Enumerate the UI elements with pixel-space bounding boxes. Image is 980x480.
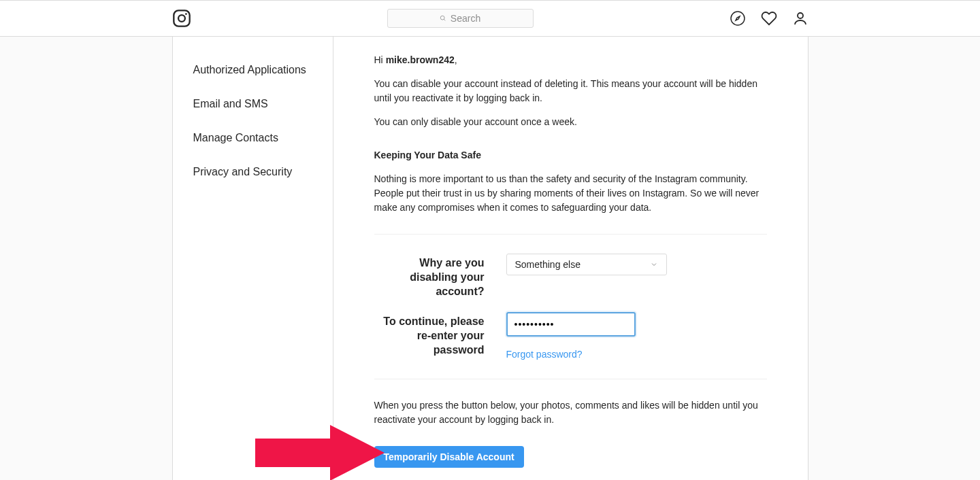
chevron-down-icon xyxy=(650,260,658,269)
disable-info-1: You can disable your account instead of … xyxy=(374,77,767,105)
svg-rect-0 xyxy=(174,10,189,26)
search-input[interactable]: Search xyxy=(387,9,534,28)
username: mike.brown242 xyxy=(386,54,455,65)
reason-select[interactable]: Something else xyxy=(506,254,667,275)
divider xyxy=(374,234,767,235)
search-icon xyxy=(440,15,446,22)
svg-point-5 xyxy=(731,12,745,25)
svg-point-3 xyxy=(440,16,444,20)
greeting-text: Hi mike.brown242, xyxy=(374,53,767,67)
bottom-note: When you press the button below, your ph… xyxy=(374,398,767,427)
svg-point-7 xyxy=(798,13,803,18)
sidebar-item-privacy-security[interactable]: Privacy and Security xyxy=(173,155,333,189)
explore-icon[interactable] xyxy=(730,10,746,27)
temporarily-disable-button[interactable]: Temporarily Disable Account xyxy=(374,446,524,468)
reason-selected-value: Something else xyxy=(515,259,581,270)
divider xyxy=(374,379,767,379)
svg-marker-6 xyxy=(736,16,740,20)
heading-data-safe: Keeping Your Data Safe xyxy=(374,148,767,162)
sidebar-item-authorized-apps[interactable]: Authorized Applications xyxy=(173,53,333,87)
sidebar-item-label: Privacy and Security xyxy=(193,166,293,177)
search-placeholder: Search xyxy=(451,13,480,24)
disable-info-2: You can only disable your account once a… xyxy=(374,115,767,129)
svg-point-2 xyxy=(185,13,187,15)
instagram-logo[interactable] xyxy=(172,9,191,28)
main-content: Hi mike.brown242, You can disable your a… xyxy=(333,37,808,480)
forgot-password-link[interactable]: Forgot password? xyxy=(506,349,583,360)
data-safe-text: Nothing is more important to us than the… xyxy=(374,172,767,215)
svg-line-4 xyxy=(444,19,445,20)
sidebar-item-label: Authorized Applications xyxy=(193,64,306,75)
password-label: To continue, please re-enter your passwo… xyxy=(374,312,506,357)
password-input[interactable] xyxy=(506,312,636,337)
top-nav: Search xyxy=(0,0,980,37)
sidebar-item-label: Manage Contacts xyxy=(193,132,278,143)
settings-sidebar: Authorized Applications Email and SMS Ma… xyxy=(173,37,333,480)
heart-icon[interactable] xyxy=(761,10,777,27)
sidebar-item-manage-contacts[interactable]: Manage Contacts xyxy=(173,121,333,155)
sidebar-item-label: Email and SMS xyxy=(193,98,268,109)
sidebar-item-email-sms[interactable]: Email and SMS xyxy=(173,87,333,121)
settings-container: Authorized Applications Email and SMS Ma… xyxy=(172,37,808,480)
svg-point-1 xyxy=(178,15,185,22)
reason-label: Why are you disabling your account? xyxy=(374,254,506,298)
profile-icon[interactable] xyxy=(792,10,808,27)
